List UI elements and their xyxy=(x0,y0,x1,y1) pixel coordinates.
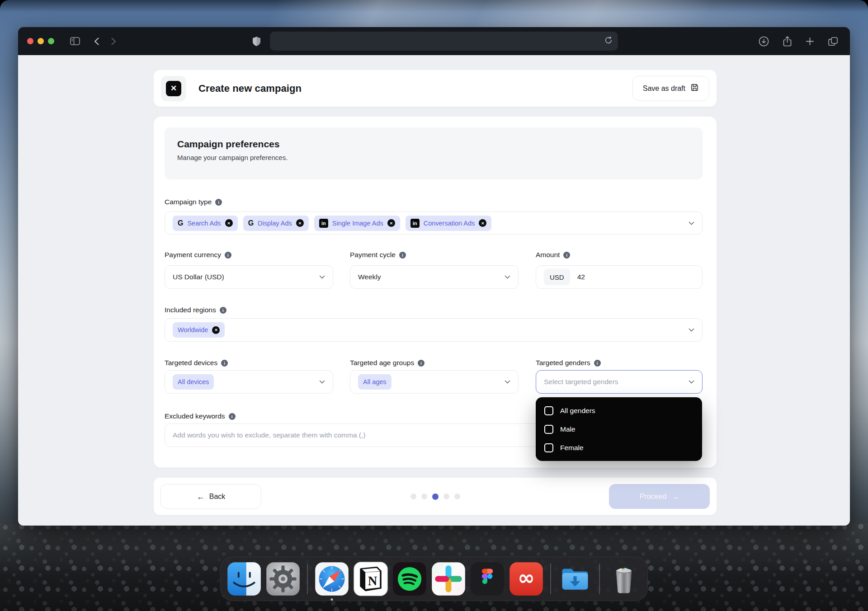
currency-badge: USD xyxy=(544,269,570,285)
privacy-shield-icon xyxy=(250,34,263,48)
tag-all-ages: All ages xyxy=(358,374,392,390)
info-icon[interactable] xyxy=(220,307,226,314)
google-icon: G xyxy=(248,219,254,227)
close-window-button[interactable] xyxy=(27,38,33,44)
targeted-genders-dropdown: All genders Male Female xyxy=(536,397,702,461)
remove-tag-icon[interactable]: ✕ xyxy=(296,219,304,227)
tag-worldwide: Worldwide ✕ xyxy=(173,322,225,338)
dock-icon-adobe-creative-cloud[interactable]: ∞ xyxy=(509,562,543,596)
step-dot xyxy=(454,494,460,499)
payment-cycle-select[interactable]: Weekly xyxy=(350,265,519,289)
tab-overview-icon[interactable] xyxy=(826,35,840,48)
address-bar[interactable] xyxy=(270,32,618,51)
chevron-down-icon xyxy=(505,380,510,384)
info-icon[interactable] xyxy=(229,413,236,420)
campaign-type-multiselect[interactable]: G Search Ads ✕ G Display Ads ✕ in Single… xyxy=(165,212,703,235)
info-icon[interactable] xyxy=(563,252,570,258)
browser-window: ✕ Create new campaign Save as draft Camp… xyxy=(18,27,850,526)
dock-icon-downloads-folder[interactable] xyxy=(558,562,592,596)
page-content: ✕ Create new campaign Save as draft Camp… xyxy=(18,55,850,526)
linkedin-icon: in xyxy=(410,219,420,228)
tag-single-image-ads: in Single Image Ads ✕ xyxy=(314,216,400,231)
tag-conversation-ads: in Conversation Ads ✕ xyxy=(406,216,492,231)
desktop: ✕ Create new campaign Save as draft Camp… xyxy=(0,0,868,611)
targeted-age-groups-select[interactable]: All ages xyxy=(350,370,519,394)
app-logo-badge: ✕ xyxy=(161,76,186,101)
active-app-dot xyxy=(331,598,333,601)
step-dot xyxy=(410,494,416,499)
step-dot-active xyxy=(432,494,439,500)
chevron-down-icon xyxy=(689,380,694,384)
section-banner: Campaign preferences Manage your campaig… xyxy=(165,127,703,179)
amount-input[interactable]: USD 42 xyxy=(536,265,703,289)
back-button[interactable]: ← Back xyxy=(160,484,261,509)
checkbox-icon[interactable] xyxy=(544,425,553,434)
chevron-down-icon xyxy=(689,221,694,225)
chevron-down-icon xyxy=(689,328,694,332)
info-icon[interactable] xyxy=(594,360,601,367)
dock-icon-slack[interactable] xyxy=(431,562,466,596)
proceed-button[interactable]: Proceed → xyxy=(609,484,710,509)
dock-separator xyxy=(307,564,308,594)
info-icon[interactable] xyxy=(225,252,231,258)
info-icon[interactable] xyxy=(418,360,425,367)
x-logo-icon: ✕ xyxy=(166,81,181,96)
included-regions-label: Included regions xyxy=(165,306,226,314)
dock-icon-safari[interactable] xyxy=(315,562,349,596)
campaign-type-label: Campaign type xyxy=(165,198,222,206)
dock: N xyxy=(220,557,648,601)
campaign-preferences-card: Campaign preferences Manage your campaig… xyxy=(154,117,717,468)
downloads-icon[interactable] xyxy=(757,34,771,48)
targeted-devices-select[interactable]: All devices xyxy=(165,370,333,394)
dock-icon-trash[interactable] xyxy=(607,562,641,596)
remove-tag-icon[interactable]: ✕ xyxy=(479,219,486,227)
payment-cycle-label: Payment cycle xyxy=(350,251,406,259)
traffic-lights xyxy=(27,38,54,44)
tag-search-ads: G Search Ads ✕ xyxy=(173,216,238,231)
remove-tag-icon[interactable]: ✕ xyxy=(212,326,220,334)
page-title: Create new campaign xyxy=(198,83,302,94)
step-dot xyxy=(421,494,427,499)
new-tab-icon[interactable] xyxy=(804,35,816,47)
remove-tag-icon[interactable]: ✕ xyxy=(387,219,395,227)
tag-display-ads: G Display Ads ✕ xyxy=(243,216,309,231)
dock-icon-notion[interactable]: N xyxy=(354,562,388,596)
option-all-genders[interactable]: All genders xyxy=(536,401,702,420)
forward-icon[interactable] xyxy=(109,36,118,47)
dock-icon-figma[interactable] xyxy=(470,562,505,596)
browser-toolbar xyxy=(18,27,850,55)
amount-value: 42 xyxy=(577,273,585,281)
dock-separator xyxy=(599,564,600,594)
back-icon[interactable] xyxy=(92,36,101,47)
linkedin-icon: in xyxy=(319,219,328,228)
info-icon[interactable] xyxy=(399,252,406,258)
excluded-keywords-label: Excluded keywords xyxy=(165,412,236,420)
tag-all-devices: All devices xyxy=(173,374,214,390)
checkbox-icon[interactable] xyxy=(544,443,553,452)
google-icon: G xyxy=(178,219,183,227)
option-female[interactable]: Female xyxy=(536,438,702,457)
remove-tag-icon[interactable]: ✕ xyxy=(225,219,233,227)
campaign-header: ✕ Create new campaign Save as draft xyxy=(154,70,717,107)
targeted-genders-label: Targeted genders xyxy=(536,359,601,367)
share-icon[interactable] xyxy=(781,34,794,49)
sidebar-toggle-icon[interactable] xyxy=(68,35,82,47)
reload-icon[interactable] xyxy=(604,36,613,46)
minimize-window-button[interactable] xyxy=(38,38,44,44)
payment-currency-select[interactable]: US Dollar (USD) xyxy=(165,265,333,289)
zoom-window-button[interactable] xyxy=(48,38,54,44)
option-male[interactable]: Male xyxy=(536,420,702,438)
save-as-draft-button[interactable]: Save as draft xyxy=(632,76,709,101)
section-subtitle: Manage your campaign preferences. xyxy=(177,154,690,161)
dock-icon-finder[interactable] xyxy=(227,562,261,596)
info-icon[interactable] xyxy=(215,199,222,206)
checkbox-icon[interactable] xyxy=(544,406,553,415)
svg-text:∞: ∞ xyxy=(518,566,535,590)
included-regions-multiselect[interactable]: Worldwide ✕ xyxy=(165,318,703,342)
dock-icon-system-settings[interactable] xyxy=(266,562,300,596)
arrow-left-icon: ← xyxy=(197,493,205,501)
step-indicator xyxy=(410,494,460,500)
info-icon[interactable] xyxy=(221,360,228,367)
dock-icon-spotify[interactable] xyxy=(392,562,427,596)
targeted-genders-select[interactable]: Select targeted genders xyxy=(536,370,703,394)
